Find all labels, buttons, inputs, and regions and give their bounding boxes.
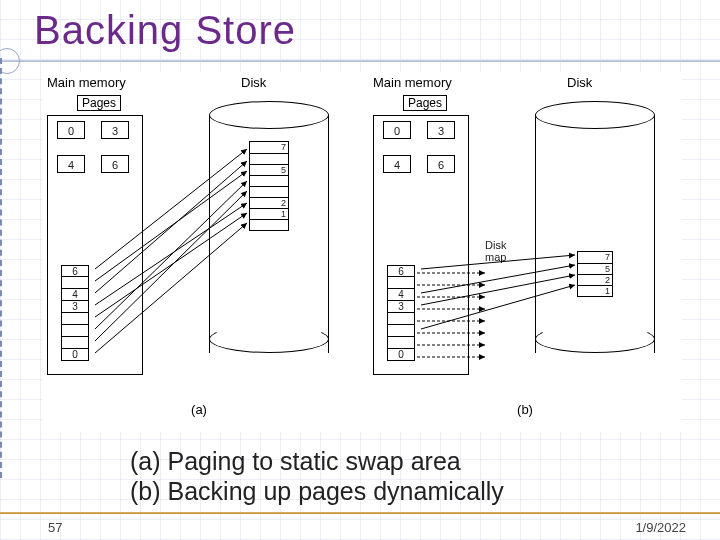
- page-cell: 0: [57, 121, 85, 139]
- svg-line-8: [421, 255, 575, 269]
- svg-line-7: [95, 161, 247, 293]
- page-cell: 6: [427, 155, 455, 173]
- sub-label-a: (a): [191, 402, 207, 417]
- page-cell: 0: [383, 121, 411, 139]
- captions: (a) Paging to static swap area (b) Backi…: [130, 446, 504, 506]
- figure-area: Main memory Disk Pages Swap area Page ta…: [42, 72, 682, 432]
- page-cell: 4: [383, 155, 411, 173]
- caption-a: (a) Paging to static swap area: [130, 446, 504, 476]
- footer-rule: [0, 512, 720, 514]
- svg-line-2: [95, 203, 247, 305]
- panel-b: Main memory Disk Pages Swap area Page ta…: [369, 73, 681, 413]
- page-cell: 3: [427, 121, 455, 139]
- arrows-b: [369, 73, 681, 413]
- svg-line-11: [421, 285, 575, 329]
- svg-line-5: [95, 191, 247, 341]
- slide-title: Backing Store: [34, 8, 296, 53]
- left-dashed-rule: [0, 58, 4, 478]
- svg-line-0: [95, 223, 247, 353]
- caption-b: (b) Backing up pages dynamically: [130, 476, 504, 506]
- title-rule: [0, 60, 720, 62]
- slide-date: 1/9/2022: [635, 520, 686, 535]
- page-cell: 4: [57, 155, 85, 173]
- arrows-a: [43, 73, 355, 413]
- page-cell: 6: [101, 155, 129, 173]
- panel-a: Main memory Disk Pages Swap area Page ta…: [43, 73, 355, 413]
- page-cell: 3: [101, 121, 129, 139]
- sub-label-b: (b): [517, 402, 533, 417]
- svg-line-6: [95, 181, 247, 329]
- slide-number: 57: [48, 520, 62, 535]
